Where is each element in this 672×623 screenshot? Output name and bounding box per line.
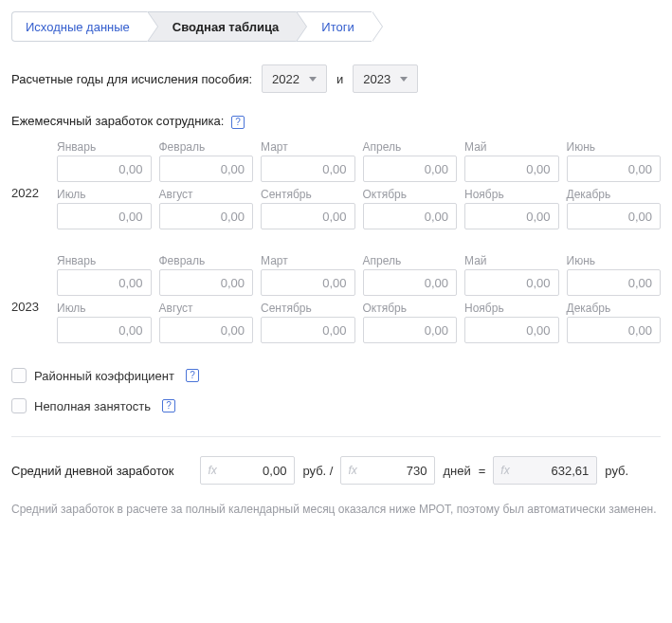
month-input[interactable] bbox=[57, 156, 152, 182]
month-name: Июнь bbox=[567, 140, 662, 154]
chevron-down-icon bbox=[400, 77, 408, 82]
year-block: 2022ЯнварьФевральМартАпрельМайИюньИюльАв… bbox=[11, 140, 661, 235]
year-label: 2023 bbox=[11, 254, 57, 349]
month-name: Декабрь bbox=[567, 188, 662, 201]
month-cell: Ноябрь bbox=[464, 302, 559, 343]
month-input[interactable] bbox=[57, 203, 152, 229]
month-input[interactable] bbox=[567, 269, 662, 296]
month-cell: Май bbox=[464, 254, 559, 296]
month-input[interactable] bbox=[261, 269, 355, 296]
month-cell: Октябрь bbox=[363, 302, 458, 343]
regional-coefficient-checkbox[interactable] bbox=[11, 368, 27, 383]
avg-earnings-label: Средний дневной заработок bbox=[11, 464, 173, 478]
year-a-select[interactable]: 2022 bbox=[262, 64, 327, 93]
breadcrumb: Исходные данные Сводная таблица Итоги bbox=[11, 11, 661, 42]
help-icon[interactable]: ? bbox=[186, 369, 199, 382]
month-name: Ноябрь bbox=[464, 188, 559, 201]
month-input[interactable] bbox=[57, 269, 152, 296]
month-cell: Ноябрь bbox=[464, 188, 559, 229]
month-name: Февраль bbox=[159, 254, 254, 267]
month-input[interactable] bbox=[261, 317, 355, 343]
month-cell: Октябрь bbox=[363, 188, 458, 229]
avg-total-input[interactable] bbox=[200, 456, 295, 485]
divider bbox=[11, 436, 661, 437]
month-name: Май bbox=[464, 140, 559, 154]
month-cell: Декабрь bbox=[567, 188, 662, 229]
month-input[interactable] bbox=[57, 317, 152, 343]
unit-money-slash: руб. / bbox=[302, 464, 333, 478]
month-cell: Январь bbox=[57, 254, 152, 296]
month-input[interactable] bbox=[363, 317, 458, 343]
earnings-heading-row: Ежемесячный заработок сотрудника: ? bbox=[11, 114, 661, 129]
month-input[interactable] bbox=[159, 156, 254, 182]
month-cell: Сентябрь bbox=[261, 188, 355, 229]
month-name: Сентябрь bbox=[261, 302, 355, 315]
years-label: Расчетные годы для исчисления пособия: bbox=[11, 72, 252, 86]
help-icon[interactable]: ? bbox=[162, 399, 175, 412]
month-input[interactable] bbox=[464, 156, 559, 182]
crumb-summary-table[interactable]: Сводная таблица bbox=[147, 11, 296, 42]
month-name: Сентябрь bbox=[261, 188, 355, 201]
crumb-label: Исходные данные bbox=[26, 20, 130, 34]
month-name: Июнь bbox=[567, 254, 662, 267]
avg-earnings-row: Средний дневной заработок fx руб. / fx д… bbox=[11, 456, 661, 485]
regional-coefficient-row: Районный коэффициент ? bbox=[11, 368, 661, 383]
month-cell: Август bbox=[159, 188, 254, 229]
month-name: Июль bbox=[57, 188, 152, 201]
year-label: 2022 bbox=[11, 140, 57, 235]
month-input[interactable] bbox=[567, 203, 662, 229]
month-input[interactable] bbox=[159, 269, 254, 296]
month-input[interactable] bbox=[363, 269, 458, 296]
month-cell: Март bbox=[261, 254, 355, 296]
chevron-down-icon bbox=[309, 77, 317, 82]
month-input[interactable] bbox=[464, 203, 559, 229]
month-input[interactable] bbox=[159, 203, 254, 229]
crumb-results[interactable]: Итоги bbox=[296, 11, 371, 42]
month-input[interactable] bbox=[159, 317, 254, 343]
month-cell: Декабрь bbox=[567, 302, 662, 343]
month-cell: Июль bbox=[57, 188, 152, 229]
parttime-row: Неполная занятость ? bbox=[11, 398, 661, 413]
month-input[interactable] bbox=[363, 156, 458, 182]
unit-days: дней bbox=[443, 464, 470, 478]
month-input[interactable] bbox=[567, 156, 662, 182]
month-input[interactable] bbox=[363, 203, 458, 229]
mrot-note: Средний заработок в расчете за полный ка… bbox=[11, 502, 661, 518]
month-cell: Июль bbox=[57, 302, 152, 343]
month-input[interactable] bbox=[464, 317, 559, 343]
month-name: Февраль bbox=[159, 140, 254, 154]
month-name: Апрель bbox=[363, 140, 458, 154]
month-input[interactable] bbox=[567, 317, 662, 343]
month-name: Ноябрь bbox=[464, 302, 559, 315]
month-cell: Июнь bbox=[567, 254, 662, 296]
month-name: Октябрь bbox=[363, 302, 458, 315]
crumb-label: Сводная таблица bbox=[173, 20, 279, 34]
month-name: Апрель bbox=[363, 254, 458, 267]
month-name: Октябрь bbox=[363, 188, 458, 201]
month-input[interactable] bbox=[261, 156, 355, 182]
month-name: Январь bbox=[57, 254, 152, 267]
years-row: Расчетные годы для исчисления пособия: 2… bbox=[11, 64, 661, 93]
years-conj: и bbox=[336, 72, 343, 86]
month-name: Март bbox=[261, 140, 355, 154]
year-b-select[interactable]: 2023 bbox=[353, 64, 418, 93]
parttime-label: Неполная занятость bbox=[34, 399, 151, 413]
month-name: Июль bbox=[57, 302, 152, 315]
month-name: Январь bbox=[57, 140, 152, 154]
avg-days-input[interactable] bbox=[340, 456, 435, 485]
month-name: Март bbox=[261, 254, 355, 267]
month-cell: Сентябрь bbox=[261, 302, 355, 343]
month-cell: Август bbox=[159, 302, 254, 343]
month-cell: Апрель bbox=[363, 140, 458, 182]
unit-money: руб. bbox=[605, 464, 628, 478]
regional-coefficient-label: Районный коэффициент bbox=[34, 369, 174, 383]
month-input[interactable] bbox=[464, 269, 559, 296]
crumb-source-data[interactable]: Исходные данные bbox=[11, 11, 147, 42]
parttime-checkbox[interactable] bbox=[11, 398, 27, 413]
month-input[interactable] bbox=[261, 203, 355, 229]
help-icon[interactable]: ? bbox=[231, 116, 245, 129]
month-cell: Май bbox=[464, 140, 559, 182]
year-block: 2023ЯнварьФевральМартАпрельМайИюньИюльАв… bbox=[11, 254, 661, 349]
avg-result-output bbox=[493, 456, 597, 485]
crumb-label: Итоги bbox=[321, 20, 354, 34]
